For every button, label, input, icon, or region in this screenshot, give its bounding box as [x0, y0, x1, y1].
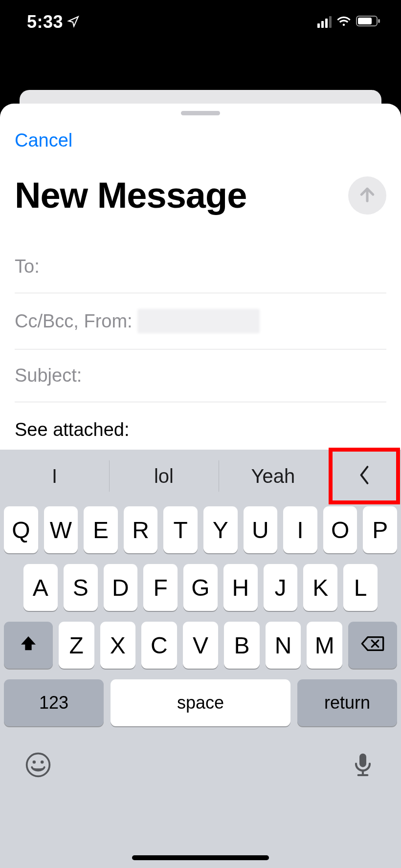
key-k[interactable]: K [303, 564, 337, 611]
keyboard: I lol Yeah Q W E R T Y U I O P [0, 450, 401, 868]
key-n[interactable]: N [266, 622, 301, 669]
suggestion-1[interactable]: I [0, 450, 109, 502]
svg-point-3 [27, 754, 50, 777]
key-p[interactable]: P [363, 506, 397, 553]
svg-point-4 [33, 761, 35, 763]
key-t[interactable]: T [163, 506, 198, 553]
cc-bcc-from-label: Cc/Bcc, From: [15, 311, 133, 332]
key-d[interactable]: D [104, 564, 138, 611]
space-key[interactable]: space [111, 679, 290, 726]
key-i[interactable]: I [283, 506, 317, 553]
suggestion-3[interactable]: Yeah [219, 450, 328, 502]
keyboard-bottom-row [0, 726, 401, 801]
to-field[interactable]: To: [15, 240, 386, 293]
key-r[interactable]: R [124, 506, 158, 553]
key-u[interactable]: U [244, 506, 278, 553]
compose-sheet: Cancel New Message To: Cc/Bcc, From: Sub… [0, 104, 401, 868]
cancel-button[interactable]: Cancel [15, 130, 72, 151]
subject-label: Subject: [15, 365, 82, 386]
return-key[interactable]: return [297, 679, 397, 726]
key-l[interactable]: L [343, 564, 378, 611]
key-y[interactable]: Y [203, 506, 238, 553]
key-m[interactable]: M [307, 622, 342, 669]
svg-rect-1 [358, 18, 372, 24]
numbers-key[interactable]: 123 [4, 679, 104, 726]
key-h[interactable]: H [223, 564, 258, 611]
key-f[interactable]: F [143, 564, 178, 611]
compose-title: New Message [15, 174, 246, 216]
emoji-icon [24, 772, 52, 780]
subject-field[interactable]: Subject: [15, 349, 386, 402]
suggestions-toggle[interactable] [328, 450, 401, 502]
cellular-signal-icon [317, 16, 332, 28]
home-indicator[interactable] [132, 855, 269, 860]
key-row-4: 123 space return [4, 679, 397, 726]
key-row-1: Q W E R T Y U I O P [4, 506, 397, 553]
status-bar: 5:33 [0, 0, 401, 44]
key-v[interactable]: V [183, 622, 219, 669]
background-sheet [20, 90, 381, 105]
emoji-button[interactable] [24, 751, 52, 781]
key-b[interactable]: B [224, 622, 260, 669]
backspace-icon [360, 632, 385, 659]
suggestion-2[interactable]: lol [109, 450, 218, 502]
suggestion-bar: I lol Yeah [0, 450, 401, 502]
key-g[interactable]: G [183, 564, 218, 611]
key-j[interactable]: J [264, 564, 298, 611]
svg-point-5 [42, 761, 43, 763]
backspace-key[interactable] [348, 622, 397, 669]
from-value-redacted [137, 309, 260, 333]
status-time: 5:33 [27, 12, 63, 32]
key-w[interactable]: W [44, 506, 78, 553]
key-z[interactable]: Z [59, 622, 94, 669]
wifi-icon [336, 14, 351, 30]
shift-key[interactable] [4, 622, 53, 669]
svg-rect-2 [378, 19, 380, 23]
sheet-grabber[interactable] [181, 111, 220, 115]
key-e[interactable]: E [84, 506, 118, 553]
send-button[interactable] [348, 176, 386, 215]
shift-icon [19, 632, 38, 659]
key-c[interactable]: C [141, 622, 177, 669]
cc-bcc-from-field[interactable]: Cc/Bcc, From: [15, 293, 386, 349]
key-s[interactable]: S [64, 564, 98, 611]
key-x[interactable]: X [100, 622, 136, 669]
key-o[interactable]: O [323, 506, 357, 553]
key-row-2: A S D F G H J K L [4, 564, 397, 611]
microphone-icon [349, 772, 377, 780]
dictation-button[interactable] [349, 751, 377, 781]
chevron-left-icon [356, 464, 373, 488]
key-row-3: Z X C V B N M [4, 622, 397, 669]
to-label: To: [15, 256, 40, 277]
location-icon [67, 12, 80, 32]
arrow-up-icon [357, 185, 377, 206]
key-a[interactable]: A [23, 564, 58, 611]
key-q[interactable]: Q [4, 506, 38, 553]
svg-rect-6 [359, 754, 366, 767]
body-line: See attached: [15, 417, 386, 443]
battery-icon [356, 15, 381, 29]
